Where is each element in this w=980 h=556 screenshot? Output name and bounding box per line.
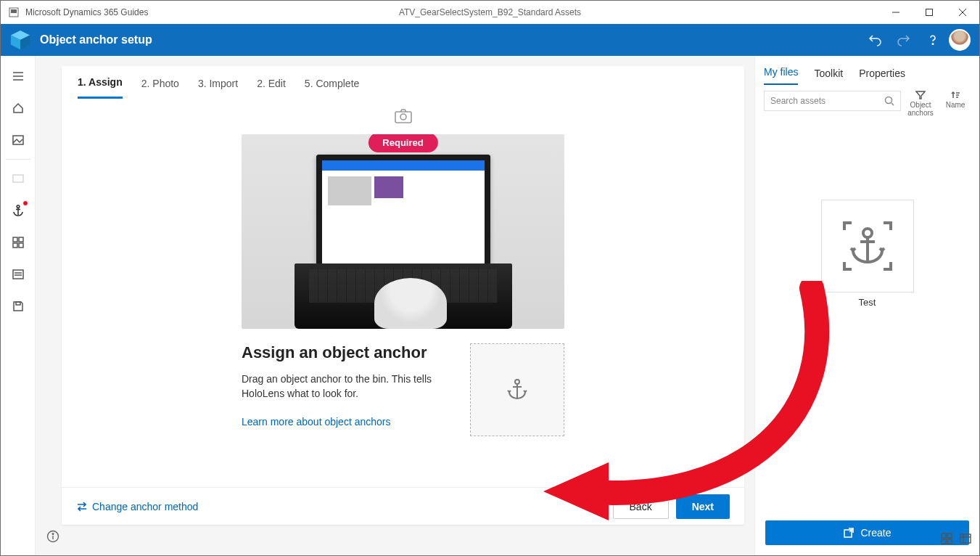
svg-point-35 xyxy=(886,97,892,104)
filter-control[interactable]: Object anchors xyxy=(905,91,936,117)
svg-rect-25 xyxy=(16,302,20,305)
create-button[interactable]: Create xyxy=(765,520,969,545)
home-nav-icon[interactable] xyxy=(4,94,33,123)
search-icon xyxy=(884,96,894,106)
svg-rect-49 xyxy=(942,539,946,544)
svg-marker-37 xyxy=(916,91,925,99)
assign-heading: Assign an object anchor xyxy=(242,343,438,362)
svg-point-27 xyxy=(400,114,406,120)
tab-toolkit[interactable]: Toolkit xyxy=(814,68,843,85)
card-nav-icon[interactable] xyxy=(4,164,33,193)
anchor-nav-icon[interactable] xyxy=(4,196,33,225)
asset-thumbnail xyxy=(821,200,914,293)
svg-rect-21 xyxy=(19,243,23,248)
svg-rect-47 xyxy=(942,533,946,538)
sort-control[interactable]: Name xyxy=(940,91,971,109)
titlebar: Microsoft Dynamics 365 Guides ATV_GearSe… xyxy=(1,1,979,24)
tab-properties[interactable]: Properties xyxy=(859,68,905,85)
asset-item[interactable]: Test xyxy=(821,200,914,308)
svg-rect-20 xyxy=(13,243,17,248)
sort-icon xyxy=(950,91,960,99)
step-tabs: 1. Assign 2. Photo 3. Import 2. Edit 5. … xyxy=(62,66,744,101)
svg-point-15 xyxy=(17,205,20,208)
filter-icon xyxy=(915,91,926,99)
svg-rect-14 xyxy=(13,175,23,182)
undo-button[interactable] xyxy=(862,27,888,53)
left-nav-rail xyxy=(1,56,36,555)
sort-label: Name xyxy=(946,101,965,109)
list-view-icon[interactable] xyxy=(960,533,971,547)
info-icon[interactable] xyxy=(44,528,62,545)
assign-body: Drag an object anchor to the bin. This t… xyxy=(242,372,438,401)
search-input[interactable]: Search assets xyxy=(764,91,901,111)
next-button[interactable]: Next xyxy=(676,494,730,519)
hero-image: Required xyxy=(242,134,564,329)
image-nav-icon[interactable] xyxy=(4,126,33,155)
tab-my-files[interactable]: My files xyxy=(764,66,798,85)
anchor-dropzone[interactable] xyxy=(470,343,564,436)
right-panel: My files Toolkit Properties Search asset… xyxy=(754,56,979,555)
save-nav-icon[interactable] xyxy=(4,292,33,321)
hamburger-button[interactable] xyxy=(4,62,33,91)
required-badge: Required xyxy=(368,134,437,152)
swap-icon xyxy=(76,502,88,512)
redo-button[interactable] xyxy=(891,27,917,53)
app-name: Microsoft Dynamics 365 Guides xyxy=(25,7,148,17)
svg-rect-3 xyxy=(926,9,933,16)
app-header: Object anchor setup xyxy=(1,24,979,56)
main-card: 1. Assign 2. Photo 3. Import 2. Edit 5. … xyxy=(62,66,744,525)
form-nav-icon[interactable] xyxy=(4,260,33,289)
svg-line-36 xyxy=(892,103,894,105)
change-anchor-label: Change anchor method xyxy=(92,501,198,512)
minimize-button[interactable] xyxy=(879,1,913,24)
maximize-button[interactable] xyxy=(913,1,946,24)
notification-dot-icon xyxy=(22,200,28,206)
svg-point-33 xyxy=(52,533,54,535)
learn-more-link[interactable]: Learn more about object anchors xyxy=(242,416,390,428)
search-placeholder: Search assets xyxy=(770,96,825,106)
svg-rect-48 xyxy=(947,533,952,538)
back-button[interactable]: Back xyxy=(613,494,669,519)
user-avatar[interactable] xyxy=(949,29,971,51)
step-import[interactable]: 3. Import xyxy=(198,69,238,98)
svg-rect-50 xyxy=(947,539,952,544)
camera-icon xyxy=(394,108,413,127)
svg-rect-18 xyxy=(13,237,17,242)
card-footer: Change anchor method Back Next xyxy=(62,487,744,525)
step-assign[interactable]: 1. Assign xyxy=(78,68,123,99)
nav-separator xyxy=(6,159,30,160)
svg-rect-19 xyxy=(19,237,23,242)
app-small-icon xyxy=(8,7,20,18)
step-complete[interactable]: 5. Complete xyxy=(305,69,359,98)
create-label: Create xyxy=(860,527,891,539)
step-edit[interactable]: 2. Edit xyxy=(257,69,286,98)
change-anchor-method-link[interactable]: Change anchor method xyxy=(76,501,198,512)
svg-rect-51 xyxy=(960,534,971,543)
help-button[interactable] xyxy=(920,27,946,53)
page-title: Object anchor setup xyxy=(40,33,152,46)
asset-name: Test xyxy=(821,297,914,308)
svg-point-9 xyxy=(932,44,934,45)
document-name: ATV_GearSelectSystem_B92_Standard Assets xyxy=(399,7,581,17)
filter-label: Object anchors xyxy=(905,101,936,117)
create-icon xyxy=(843,527,855,539)
grid-view-icon[interactable] xyxy=(941,533,952,547)
svg-rect-22 xyxy=(13,270,23,279)
app-logo-icon xyxy=(9,29,31,51)
step-photo[interactable]: 2. Photo xyxy=(141,69,179,98)
svg-rect-1 xyxy=(11,9,17,13)
svg-point-28 xyxy=(515,380,519,384)
grid-nav-icon[interactable] xyxy=(4,228,33,257)
svg-point-42 xyxy=(863,229,872,237)
close-button[interactable] xyxy=(946,1,979,24)
